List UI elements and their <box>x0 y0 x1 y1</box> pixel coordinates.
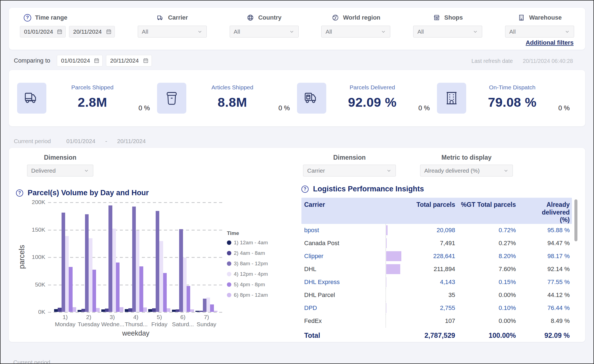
warehouse-select[interactable]: All <box>505 26 574 38</box>
bar[interactable] <box>199 311 203 312</box>
table-row[interactable]: DHL Parcel350.00%44.12 % <box>301 289 572 302</box>
bar[interactable] <box>183 258 187 312</box>
bar[interactable] <box>78 310 81 312</box>
calendar-icon[interactable] <box>143 58 149 64</box>
bar[interactable] <box>136 231 139 312</box>
bar[interactable] <box>176 309 179 312</box>
legend-dot-icon <box>227 272 231 276</box>
bar[interactable] <box>179 229 183 312</box>
bar[interactable] <box>172 310 176 312</box>
additional-filters-link[interactable]: Additional filters <box>526 39 574 46</box>
bar-groups <box>48 202 224 312</box>
bar[interactable] <box>143 307 147 312</box>
bar[interactable] <box>54 309 58 312</box>
bar[interactable] <box>203 299 206 312</box>
table-row[interactable]: bpost20,0980.72%95.88 % <box>301 224 572 237</box>
bar[interactable] <box>65 236 69 312</box>
table-row[interactable]: DPD2,7550.10%76.44 % <box>301 302 572 315</box>
table-row[interactable]: Canada Post7,4910.27%94.47 % <box>301 237 572 250</box>
bar[interactable] <box>132 207 136 312</box>
bar[interactable] <box>85 214 89 312</box>
table-scrollbar[interactable] <box>574 199 577 241</box>
bar[interactable] <box>120 307 123 312</box>
time-range-start-input[interactable]: 01/01/2024 <box>20 26 66 38</box>
bar[interactable] <box>190 309 194 312</box>
calendar-icon[interactable] <box>106 29 112 35</box>
bar[interactable] <box>101 309 105 312</box>
bar[interactable] <box>96 308 100 312</box>
bar[interactable] <box>125 309 128 312</box>
legend-label: 1) 12am - 4am <box>234 240 268 246</box>
comparing-start-input[interactable]: 01/01/2024 <box>57 55 103 66</box>
bar[interactable] <box>148 309 152 312</box>
shops-select[interactable]: All <box>413 26 482 38</box>
bar[interactable] <box>73 307 76 312</box>
bar[interactable] <box>156 211 159 312</box>
column-header-carrier[interactable]: Carrier <box>301 201 386 209</box>
comparing-end-input[interactable]: 20/11/2024 <box>106 55 152 66</box>
bar[interactable] <box>89 238 92 312</box>
carrier-cell[interactable]: DPD <box>301 304 386 312</box>
country-select[interactable]: All <box>230 26 299 38</box>
legend-item[interactable]: 6) 8pm - 12am <box>227 292 271 298</box>
column-header-pct-gt[interactable]: %GT Total parcels <box>457 201 518 209</box>
bar[interactable] <box>159 241 163 312</box>
bar[interactable] <box>58 308 61 312</box>
carrier-cell[interactable]: Canada Post <box>301 240 386 247</box>
column-header-already-delivered[interactable]: Already delivered (%) <box>518 201 572 224</box>
carrier-cell[interactable]: DHL Parcel <box>301 291 386 299</box>
bar-chart: parcels 200K150K100K50K0K Time 1) 12am -… <box>16 202 292 312</box>
table-row[interactable]: Clipper228,6418.20%98.17 % <box>301 250 572 263</box>
dimension-select[interactable]: Delivered <box>27 165 93 176</box>
table-dimension-select[interactable]: Carrier <box>303 165 396 176</box>
bar[interactable] <box>116 263 120 312</box>
legend-items: 1) 12am - 4am2) 4am - 8am3) 8am - 12pm4)… <box>227 240 271 298</box>
carrier-cell[interactable]: Clipper <box>301 253 386 260</box>
bar[interactable] <box>167 308 170 312</box>
help-icon[interactable] <box>301 186 309 193</box>
warehouse-label: Warehouse <box>529 14 562 21</box>
table-row[interactable]: FedEx1070.00%8.49 % <box>301 315 572 328</box>
help-icon[interactable] <box>16 189 23 197</box>
bar[interactable] <box>187 286 190 312</box>
bar[interactable] <box>105 309 108 312</box>
carrier-cell[interactable]: FedEx <box>301 317 386 325</box>
bar[interactable] <box>206 298 210 312</box>
table-row[interactable]: DHL Express4,1430.15%77.55 % <box>301 276 572 289</box>
legend-item[interactable]: 5) 4pm - 8pm <box>227 282 271 288</box>
world-region-select[interactable]: All <box>321 26 390 38</box>
legend-item[interactable]: 3) 8am - 12pm <box>227 261 271 267</box>
bar[interactable] <box>81 309 85 312</box>
bar[interactable] <box>128 308 132 312</box>
bar[interactable] <box>214 311 218 312</box>
metric-select[interactable]: Already delivered (%) <box>420 165 513 176</box>
bar[interactable] <box>139 266 143 312</box>
total-parcels-value: 228,641 <box>433 253 455 260</box>
calendar-icon[interactable] <box>57 29 63 35</box>
legend-item[interactable]: 4) 12pm - 4pm <box>227 271 271 277</box>
delivered-cell: 44.12 % <box>518 291 572 299</box>
bar[interactable] <box>210 304 214 312</box>
bar[interactable] <box>152 308 156 312</box>
bar[interactable] <box>163 273 167 312</box>
calendar-icon[interactable] <box>94 58 100 64</box>
legend-item[interactable]: 2) 4am - 8am <box>227 250 271 256</box>
bar[interactable] <box>92 270 96 312</box>
carrier-cell[interactable]: DHL Express <box>301 279 386 286</box>
help-icon[interactable] <box>24 14 31 22</box>
bar[interactable] <box>195 311 199 312</box>
bar[interactable] <box>112 229 116 312</box>
total-parcels-cell: 7,491 <box>386 237 457 250</box>
bar[interactable] <box>69 267 72 312</box>
column-header-total-parcels[interactable]: Total parcels <box>386 201 457 209</box>
legend-item[interactable]: 1) 12am - 4am <box>227 240 271 246</box>
carrier-select[interactable]: All <box>138 26 207 38</box>
time-range-end-input[interactable]: 20/11/2024 <box>69 26 115 38</box>
table-header: Carrier Total parcels %GT Total parcels … <box>301 198 572 224</box>
table-row[interactable]: DHL211,8947.60%92.14 % <box>301 263 572 276</box>
bar[interactable] <box>108 205 112 312</box>
carrier-cell[interactable]: bpost <box>301 227 386 234</box>
total-parcels-cell: 211,894 <box>386 263 457 276</box>
carrier-cell[interactable]: DHL <box>301 266 386 273</box>
bar[interactable] <box>62 213 65 312</box>
